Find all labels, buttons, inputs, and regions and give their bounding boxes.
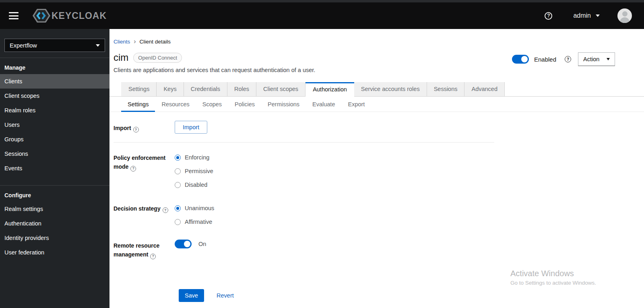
keycloak-admin-console: KEYCLOAK admin Expertflow Manage Clients… — [0, 0, 644, 308]
help-icon[interactable] — [133, 127, 139, 132]
tab-advanced[interactable]: Advanced — [464, 82, 505, 96]
nav-group-configure: Configure Realm settings Authentication … — [0, 185, 109, 260]
subtab-settings[interactable]: Settings — [121, 97, 155, 112]
subtab-resources[interactable]: Resources — [155, 97, 196, 112]
sidebar-item-users[interactable]: Users — [0, 118, 109, 132]
nav-group-label: Configure — [0, 186, 109, 202]
tab-sessions[interactable]: Sessions — [427, 82, 465, 96]
toggle-state-label: On — [198, 241, 206, 247]
main-content: Clients Client details cim OpenID Connec… — [109, 29, 644, 308]
tab-credentials[interactable]: Credentials — [184, 82, 227, 96]
user-menu[interactable]: admin — [573, 12, 600, 19]
help-icon[interactable] — [163, 207, 168, 213]
sidebar-item-identity-providers[interactable]: Identity providers — [0, 231, 109, 245]
authorization-settings-form: Import Import Policy enforcement mode En… — [109, 112, 644, 302]
decision-strategy-radio-group: Unanimous Affirmative — [175, 201, 644, 229]
policy-enforcement-row: Policy enforcement mode Enforcing Permis… — [114, 151, 644, 192]
subtab-export[interactable]: Export — [341, 97, 371, 112]
tab-service-accounts-roles[interactable]: Service accounts roles — [354, 82, 427, 96]
import-label: Import — [114, 121, 175, 134]
sidebar-item-client-scopes[interactable]: Client scopes — [0, 89, 109, 103]
subtab-evaluate[interactable]: Evaluate — [306, 97, 341, 112]
client-tabs: Settings Keys Credentials Roles Client s… — [109, 82, 644, 97]
username: admin — [573, 12, 591, 19]
tab-settings[interactable]: Settings — [121, 82, 157, 96]
sidebar-item-realm-roles[interactable]: Realm roles — [0, 103, 109, 118]
protocol-badge: OpenID Connect — [133, 53, 182, 63]
breadcrumb-current: Client details — [140, 39, 171, 45]
decision-strategy-row: Decision strategy Unanimous Affirmative — [114, 201, 644, 229]
subtab-policies[interactable]: Policies — [228, 97, 261, 112]
enabled-toggle[interactable] — [512, 55, 529, 64]
nav-group-manage: Manage Clients Client scopes Realm roles… — [0, 58, 109, 176]
policy-enforcement-radio-group: Enforcing Permissive Disabled — [175, 151, 644, 192]
radio-unanimous[interactable]: Unanimous — [175, 201, 644, 215]
authorization-subtabs: Settings Resources Scopes Policies Permi… — [109, 97, 644, 112]
radio-button-icon[interactable] — [175, 219, 181, 225]
avatar[interactable] — [617, 8, 632, 23]
sidebar-item-authentication[interactable]: Authentication — [0, 216, 109, 231]
chevron-down-icon — [596, 14, 600, 17]
tab-keys[interactable]: Keys — [157, 82, 184, 96]
radio-button-icon[interactable] — [175, 155, 181, 161]
sidebar-item-groups[interactable]: Groups — [0, 132, 109, 147]
action-dropdown-label: Action — [583, 56, 599, 62]
sidebar-item-user-federation[interactable]: User federation — [0, 245, 109, 260]
help-icon[interactable] — [565, 56, 571, 62]
tab-authorization[interactable]: Authorization — [305, 82, 354, 97]
keycloak-logo-icon — [32, 8, 51, 24]
tab-client-scopes[interactable]: Client scopes — [256, 82, 305, 96]
save-button[interactable]: Save — [179, 289, 204, 302]
breadcrumb-clients-link[interactable]: Clients — [114, 39, 130, 45]
realm-selector[interactable]: Expertflow — [4, 39, 105, 52]
revert-button[interactable]: Revert — [217, 292, 234, 299]
remote-resource-row: Remote resource management On — [114, 238, 644, 259]
form-actions: Save Revert — [179, 289, 644, 302]
header-right-controls: admin — [545, 2, 644, 29]
sidebar-item-events[interactable]: Events — [0, 161, 109, 176]
radio-permissive[interactable]: Permissive — [175, 164, 644, 178]
import-button[interactable]: Import — [175, 121, 207, 134]
breadcrumb: Clients Client details — [109, 29, 644, 45]
breadcrumb-separator-icon — [134, 38, 136, 45]
radio-button-icon[interactable] — [175, 168, 181, 174]
realm-name: Expertflow — [10, 42, 37, 49]
chevron-down-icon — [96, 44, 100, 47]
tab-roles[interactable]: Roles — [227, 82, 256, 96]
help-icon[interactable] — [130, 166, 136, 172]
import-row: Import Import — [114, 121, 644, 134]
app-header: KEYCLOAK admin — [0, 2, 644, 29]
radio-disabled[interactable]: Disabled — [175, 178, 644, 192]
enabled-label: Enabled — [534, 56, 556, 63]
nav-group-label: Manage — [0, 58, 109, 74]
page-title: cim — [114, 52, 128, 63]
decision-strategy-label: Decision strategy — [114, 201, 175, 229]
action-dropdown[interactable]: Action — [578, 52, 615, 66]
sidebar-item-realm-settings[interactable]: Realm settings — [0, 202, 109, 216]
remote-resource-label: Remote resource management — [114, 238, 175, 259]
radio-button-icon[interactable] — [175, 182, 181, 188]
keycloak-logo[interactable]: KEYCLOAK — [32, 8, 107, 24]
help-icon[interactable] — [545, 12, 552, 20]
hamburger-menu-icon[interactable] — [9, 12, 19, 19]
sidebar: Expertflow Manage Clients Client scopes … — [0, 29, 109, 308]
radio-affirmative[interactable]: Affirmative — [175, 215, 644, 229]
brand-name: KEYCLOAK — [52, 10, 107, 21]
policy-enforcement-label: Policy enforcement mode — [114, 151, 175, 192]
radio-enforcing[interactable]: Enforcing — [175, 151, 644, 164]
help-icon[interactable] — [150, 254, 156, 259]
radio-button-icon[interactable] — [175, 205, 181, 211]
sidebar-item-sessions[interactable]: Sessions — [0, 147, 109, 161]
subtab-scopes[interactable]: Scopes — [196, 97, 228, 112]
chevron-down-icon — [607, 58, 610, 60]
remote-resource-toggle[interactable] — [175, 240, 192, 248]
subtab-permissions[interactable]: Permissions — [261, 97, 306, 112]
sidebar-item-clients[interactable]: Clients — [0, 74, 109, 89]
form-divider — [114, 142, 494, 143]
client-header-controls: Enabled Action — [512, 52, 615, 66]
